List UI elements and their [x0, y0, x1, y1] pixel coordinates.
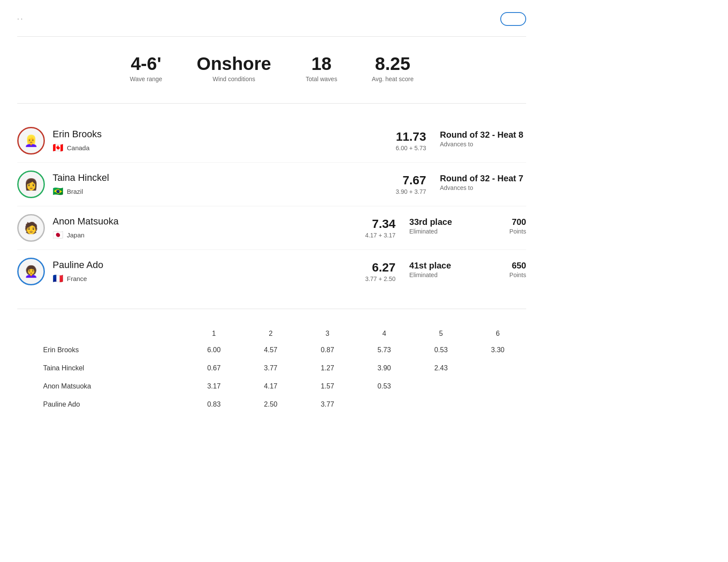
advance-block: Round of 32 - Heat 7 Advances to	[440, 174, 526, 191]
table-divider	[17, 309, 526, 309]
wave-score-cell	[356, 395, 413, 414]
stats-row: 4-6' Wave range Onshore Wind conditions …	[17, 45, 526, 95]
score-block: 6.27 3.77 + 2.50	[365, 261, 395, 282]
stat-value: 4-6'	[130, 54, 162, 74]
athlete-country: 🇫🇷 France	[53, 273, 365, 284]
athlete-name: Erin Brooks	[53, 129, 396, 140]
advance-block: 33rd place Eliminated	[409, 217, 496, 235]
wave-col-header: 2	[242, 326, 299, 341]
athlete-row: 👩‍🦱 Pauline Ado 🇫🇷 France 6.27 3.77 + 2.…	[17, 250, 526, 293]
points-value: 700	[509, 217, 526, 227]
points-block: 650 Points	[509, 261, 526, 278]
wave-score-cell	[413, 377, 470, 395]
score-block: 7.34 4.17 + 3.17	[365, 217, 395, 239]
header-left: · ·	[17, 12, 23, 22]
athlete-country: 🇧🇷 Brazil	[53, 186, 396, 196]
country-name: Canada	[67, 144, 90, 152]
athlete-info: Pauline Ado 🇫🇷 France	[53, 259, 365, 284]
wave-score-cell	[469, 395, 526, 414]
athlete-country: 🇯🇵 Japan	[53, 230, 365, 240]
athletes-section: 👱‍♀️ Erin Brooks 🇨🇦 Canada 11.73 6.00 + …	[17, 112, 526, 300]
advance-block: 41st place Eliminated	[409, 261, 496, 278]
score-block: 7.67 3.90 + 3.77	[396, 174, 426, 195]
wave-scores-table: 123456Erin Brooks6.004.570.875.730.533.3…	[17, 326, 526, 414]
wave-athlete-name: Erin Brooks	[17, 341, 185, 359]
athlete-info: Taina Hinckel 🇧🇷 Brazil	[53, 172, 396, 196]
stat-item: 18 Total waves	[306, 54, 337, 82]
wave-score-cell	[469, 359, 526, 377]
wave-score-row: Anon Matsuoka3.174.171.570.53	[17, 377, 526, 395]
wave-score-cell: 3.77	[242, 359, 299, 377]
wave-score-cell: 3.30	[469, 341, 526, 359]
wave-score-row: Taina Hinckel0.673.771.273.902.43	[17, 359, 526, 377]
country-name: Brazil	[67, 188, 83, 195]
advance-label: Eliminated	[409, 272, 496, 278]
wave-score-cell: 0.53	[413, 341, 470, 359]
wave-athlete-name: Pauline Ado	[17, 395, 185, 414]
advance-round: Round of 32 - Heat 7	[440, 174, 526, 183]
page-header: · ·	[17, 12, 526, 26]
wave-col-header: 3	[299, 326, 356, 341]
wave-score-cell: 0.53	[356, 377, 413, 395]
main-score: 7.67	[396, 174, 426, 187]
wave-col-header: 1	[185, 326, 242, 341]
stat-item: 4-6' Wave range	[130, 54, 162, 82]
flag-icon: 🇨🇦	[53, 142, 63, 153]
wave-score-cell: 5.73	[356, 341, 413, 359]
avatar: 👩	[17, 170, 45, 198]
athlete-result: 7.67 3.90 + 3.77 Round of 32 - Heat 7 Ad…	[396, 174, 526, 195]
athlete-name: Pauline Ado	[53, 259, 365, 271]
wave-score-cell: 3.90	[356, 359, 413, 377]
wave-athlete-name: Taina Hinckel	[17, 359, 185, 377]
points-label: Points	[509, 228, 526, 235]
wave-score-cell: 3.77	[299, 395, 356, 414]
stat-value: 8.25	[372, 54, 414, 74]
wave-table-section: 123456Erin Brooks6.004.570.875.730.533.3…	[17, 318, 526, 414]
stats-divider	[17, 103, 526, 104]
score-breakdown: 6.00 + 5.73	[396, 145, 426, 152]
wave-col-header: 4	[356, 326, 413, 341]
advance-label: Advances to	[440, 141, 526, 148]
stat-value: 18	[306, 54, 337, 74]
score-block: 11.73 6.00 + 5.73	[396, 130, 426, 152]
wave-score-row: Pauline Ado0.832.503.77	[17, 395, 526, 414]
points-value: 650	[509, 261, 526, 271]
header-divider	[17, 36, 526, 37]
athlete-row: 👩 Taina Hinckel 🇧🇷 Brazil 7.67 3.90 + 3.…	[17, 163, 526, 206]
wave-col-header: 6	[469, 326, 526, 341]
wave-col-header: 5	[413, 326, 470, 341]
score-breakdown: 3.90 + 3.77	[396, 188, 426, 195]
stat-value: Onshore	[197, 54, 271, 74]
wave-athlete-name: Anon Matsuoka	[17, 377, 185, 395]
wave-score-cell: 3.17	[185, 377, 242, 395]
athlete-result: 11.73 6.00 + 5.73 Round of 32 - Heat 8 A…	[396, 130, 526, 152]
advance-label: Eliminated	[409, 228, 496, 235]
stat-label: Wind conditions	[197, 76, 271, 82]
score-breakdown: 3.77 + 2.50	[365, 275, 395, 282]
main-score: 11.73	[396, 130, 426, 144]
wave-score-cell: 1.27	[299, 359, 356, 377]
avatar: 👩‍🦱	[17, 258, 45, 285]
athlete-name: Taina Hinckel	[53, 172, 396, 183]
athlete-info: Anon Matsuoka 🇯🇵 Japan	[53, 216, 365, 240]
flag-icon: 🇧🇷	[53, 186, 63, 196]
wave-col-header	[17, 326, 185, 341]
points-label: Points	[509, 272, 526, 278]
main-score: 6.27	[365, 261, 395, 275]
athlete-row: 👱‍♀️ Erin Brooks 🇨🇦 Canada 11.73 6.00 + …	[17, 119, 526, 163]
stat-label: Wave range	[130, 76, 162, 82]
flag-icon: 🇫🇷	[53, 273, 63, 284]
wave-score-cell: 4.57	[242, 341, 299, 359]
athlete-name: Anon Matsuoka	[53, 216, 365, 227]
athlete-row: 🧑 Anon Matsuoka 🇯🇵 Japan 7.34 4.17 + 3.1…	[17, 206, 526, 250]
watch-replay-button[interactable]	[500, 12, 526, 26]
athlete-result: 7.34 4.17 + 3.17 33rd place Eliminated 7…	[365, 217, 526, 239]
wave-score-cell: 2.50	[242, 395, 299, 414]
wave-score-cell: 2.43	[413, 359, 470, 377]
wave-score-cell: 4.17	[242, 377, 299, 395]
points-block: 700 Points	[509, 217, 526, 235]
wave-score-cell: 0.83	[185, 395, 242, 414]
wave-score-cell: 1.57	[299, 377, 356, 395]
advance-round: 33rd place	[409, 217, 496, 227]
advance-label: Advances to	[440, 184, 526, 191]
